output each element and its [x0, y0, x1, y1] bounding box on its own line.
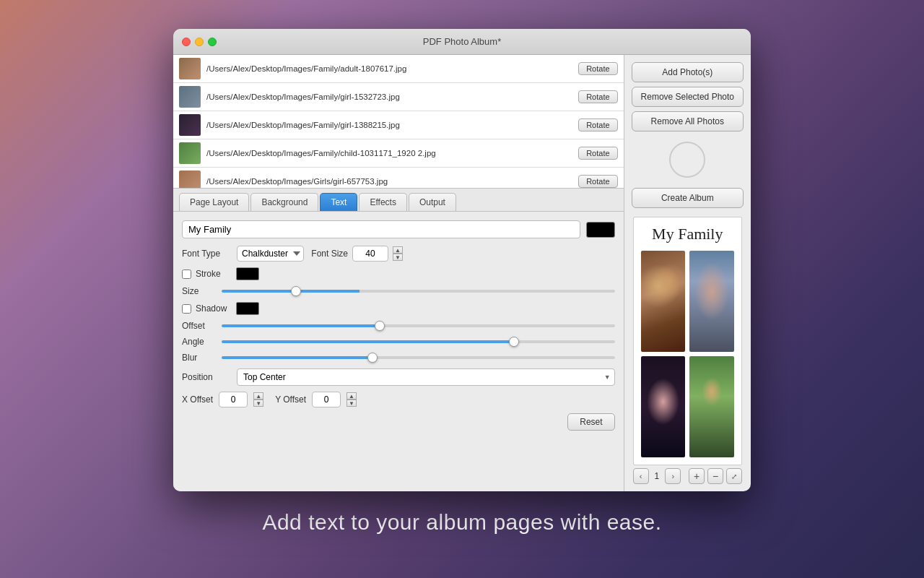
font-size-input[interactable] [352, 246, 388, 262]
photo-path-1: /Users/Alex/Desktop/Images/Family/adult-… [206, 64, 578, 73]
traffic-lights [182, 38, 217, 46]
photo-thumb [179, 114, 201, 136]
add-photos-button[interactable]: Add Photo(s) [632, 62, 744, 82]
size-slider[interactable] [222, 290, 615, 293]
offset-slider-row: Offset [182, 321, 615, 331]
y-offset-down[interactable]: ▼ [346, 400, 357, 407]
photo-thumbnail-2 [179, 86, 201, 108]
left-panel: /Users/Alex/Desktop/Images/Family/adult-… [173, 55, 624, 491]
rotate-button-3[interactable]: Rotate [578, 118, 617, 131]
main-content: /Users/Alex/Desktop/Images/Family/adult-… [173, 55, 751, 491]
tab-page-layout[interactable]: Page Layout [179, 193, 249, 211]
stroke-checkbox[interactable] [182, 269, 191, 279]
tab-output[interactable]: Output [409, 193, 456, 211]
right-section: Add Photo(s) Remove Selected Photo Remov… [624, 55, 751, 491]
title-text-input[interactable] [182, 220, 580, 238]
title-color-swatch[interactable] [586, 222, 615, 238]
preview-nav: ‹ 1 › + − ⤢ [629, 465, 746, 487]
photo-thumb [179, 171, 201, 189]
stroke-color-swatch[interactable] [236, 267, 259, 280]
zoom-out-button[interactable]: − [707, 468, 723, 484]
remove-selected-button[interactable]: Remove Selected Photo [632, 87, 744, 107]
preview-photo-1 [641, 251, 686, 352]
font-type-label: Font Type [182, 249, 232, 259]
font-size-up[interactable]: ▲ [393, 246, 403, 254]
font-size-stepper[interactable]: ▲ ▼ [393, 246, 403, 261]
zoom-in-button[interactable]: + [689, 468, 705, 484]
offset-slider[interactable] [222, 324, 615, 327]
photo-row[interactable]: /Users/Alex/Desktop/Images/Family/girl-1… [173, 83, 624, 111]
photo-row[interactable]: /Users/Alex/Desktop/Images/Family/girl-1… [173, 111, 624, 139]
tab-effects[interactable]: Effects [359, 193, 406, 211]
bottom-tagline: Add text to your album pages with ease. [0, 510, 924, 535]
close-button[interactable] [182, 38, 191, 46]
rotate-button-2[interactable]: Rotate [578, 90, 617, 103]
font-row: Font Type Chalkduster Font Size ▲ ▼ [182, 246, 615, 262]
shadow-color-swatch[interactable] [236, 302, 259, 315]
y-offset-input[interactable] [312, 392, 341, 407]
preview-photo-2 [689, 251, 734, 352]
blur-slider[interactable] [222, 356, 615, 359]
angle-slider-row: Angle [182, 337, 615, 347]
preview-photo-3-inner [641, 356, 686, 457]
x-offset-up[interactable]: ▲ [253, 392, 263, 400]
preview-photos-grid [634, 248, 741, 465]
position-select[interactable]: Top Center Top Left Top Right Middle Lef… [237, 368, 615, 386]
angle-slider[interactable] [222, 340, 615, 343]
photo-list[interactable]: /Users/Alex/Desktop/Images/Family/adult-… [173, 55, 624, 189]
rotate-button-5[interactable]: Rotate [578, 175, 617, 188]
font-size-label: Font Size [308, 249, 348, 259]
window-title: PDF Photo Album* [423, 36, 501, 47]
photo-path-4: /Users/Alex/Desktop/Images/Family/child-… [206, 149, 578, 158]
tab-background[interactable]: Background [250, 193, 318, 211]
y-offset-up[interactable]: ▲ [346, 392, 357, 400]
size-label: Size [182, 286, 222, 296]
app-window: PDF Photo Album* /Users/Alex/Desktop/Ima… [173, 29, 751, 491]
settings-panel: Font Type Chalkduster Font Size ▲ ▼ Stro… [173, 212, 624, 491]
preview-photo-4 [689, 356, 734, 457]
stroke-label: Stroke [196, 269, 232, 279]
shadow-checkbox[interactable] [182, 304, 191, 314]
photo-row[interactable]: /Users/Alex/Desktop/Images/Family/child-… [173, 139, 624, 168]
photo-path-3: /Users/Alex/Desktop/Images/Family/girl-1… [206, 121, 578, 129]
photo-thumbnail-1 [179, 58, 201, 79]
photo-row[interactable]: /Users/Alex/Desktop/Images/Family/adult-… [173, 55, 624, 83]
x-offset-input[interactable] [219, 392, 248, 407]
y-offset-stepper[interactable]: ▲ ▼ [346, 392, 357, 407]
stroke-row: Stroke [182, 267, 615, 280]
x-offset-down[interactable]: ▼ [253, 400, 263, 407]
shadow-row: Shadow [182, 302, 615, 315]
preview-area: My Family [624, 208, 751, 491]
rotate-button-4[interactable]: Rotate [578, 147, 617, 160]
maximize-button[interactable] [208, 38, 217, 46]
page-number: 1 [652, 471, 663, 481]
remove-all-button[interactable]: Remove All Photos [632, 111, 744, 131]
preview-photo-2-inner [689, 251, 734, 352]
nav-prev-button[interactable]: ‹ [633, 468, 649, 484]
preview-photo-3 [641, 356, 686, 457]
xy-offset-row: X Offset ▲ ▼ Y Offset ▲ ▼ [182, 392, 615, 407]
create-album-button[interactable]: Create Album [632, 188, 744, 208]
tab-text[interactable]: Text [320, 193, 357, 211]
x-offset-label: X Offset [182, 394, 213, 405]
minimize-button[interactable] [195, 38, 204, 46]
photo-row[interactable]: /Users/Alex/Desktop/Images/Girls/girl-65… [173, 168, 624, 189]
font-type-select[interactable]: Chalkduster [237, 246, 304, 262]
right-top-buttons: Add Photo(s) Remove Selected Photo Remov… [624, 55, 751, 208]
photo-thumb [179, 58, 201, 79]
photo-thumbnail-3 [179, 114, 201, 136]
font-size-down[interactable]: ▼ [393, 254, 403, 261]
tab-bar: Page Layout Background Text Effects Outp… [173, 189, 624, 212]
rotate-button-1[interactable]: Rotate [578, 62, 617, 75]
preview-photo-4-inner [689, 356, 734, 457]
photo-path-2: /Users/Alex/Desktop/Images/Family/girl-1… [206, 92, 578, 101]
photo-thumbnail-4 [179, 142, 201, 164]
title-input-row [182, 220, 615, 238]
photo-thumb [179, 86, 201, 108]
zoom-fit-button[interactable]: ⤢ [726, 468, 742, 484]
reset-button[interactable]: Reset [567, 413, 614, 431]
nav-next-button[interactable]: › [665, 468, 681, 484]
x-offset-stepper[interactable]: ▲ ▼ [253, 392, 263, 407]
y-offset-label: Y Offset [275, 394, 306, 405]
offset-label: Offset [182, 321, 222, 331]
